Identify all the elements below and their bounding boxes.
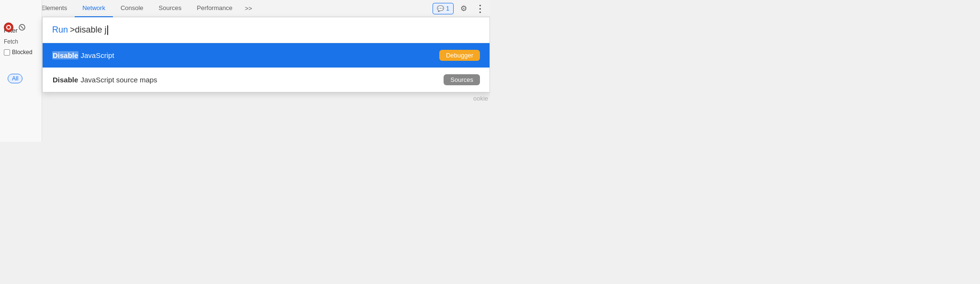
command-result-disable-js-maps[interactable]: Disable JavaScript source maps Sources [43, 68, 490, 92]
tab-sources[interactable]: Sources [151, 0, 189, 17]
blocked-checkbox[interactable] [4, 49, 10, 56]
command-input-row: Run >disable j [43, 17, 490, 43]
blocked-label: Blocked [12, 49, 33, 56]
tab-list: Elements Network Console Sources Perform… [33, 0, 431, 17]
svg-line-5 [21, 26, 23, 29]
result-match-2: Disable [52, 76, 78, 84]
tab-network[interactable]: Network [75, 0, 113, 17]
more-options-button[interactable]: ⋮ [474, 2, 486, 15]
filter-tab-fetch[interactable]: Fetch [4, 37, 18, 46]
devtools-topbar: Elements Network Console Sources Perform… [0, 0, 490, 17]
feedback-count: 1 [446, 5, 449, 12]
sources-badge[interactable]: Sources [444, 74, 480, 85]
settings-button[interactable]: ⚙ [457, 2, 470, 15]
result-text-disable-js: Disable JavaScript [52, 51, 439, 59]
tab-console[interactable]: Console [113, 0, 151, 17]
feedback-badge[interactable]: 💬 1 [433, 3, 454, 14]
command-palette: Run >disable j Disable JavaScript Debugg… [42, 17, 490, 92]
text-cursor [107, 25, 108, 35]
command-query[interactable]: >disable j [70, 25, 107, 35]
result-rest-1: JavaScript [78, 51, 114, 59]
panel-background [0, 0, 42, 142]
tab-more[interactable]: >> [240, 0, 257, 17]
run-label: Run [52, 25, 68, 35]
command-result-disable-js[interactable]: Disable JavaScript Debugger [43, 43, 490, 68]
record-button[interactable] [4, 23, 13, 32]
result-rest-2: JavaScript source maps [78, 76, 157, 84]
cookie-partial-text: ookie [473, 95, 488, 102]
feedback-icon: 💬 [437, 5, 444, 12]
debugger-badge[interactable]: Debugger [439, 50, 480, 61]
clear-button[interactable] [17, 23, 27, 32]
result-text-disable-js-maps: Disable JavaScript source maps [52, 76, 444, 84]
topbar-right: 💬 1 ⚙ ⋮ [433, 2, 486, 15]
filter-tab-all[interactable]: All [8, 74, 22, 83]
result-match-1: Disable [52, 51, 78, 59]
blocked-row: Blocked [4, 49, 33, 56]
tab-performance[interactable]: Performance [189, 0, 240, 17]
